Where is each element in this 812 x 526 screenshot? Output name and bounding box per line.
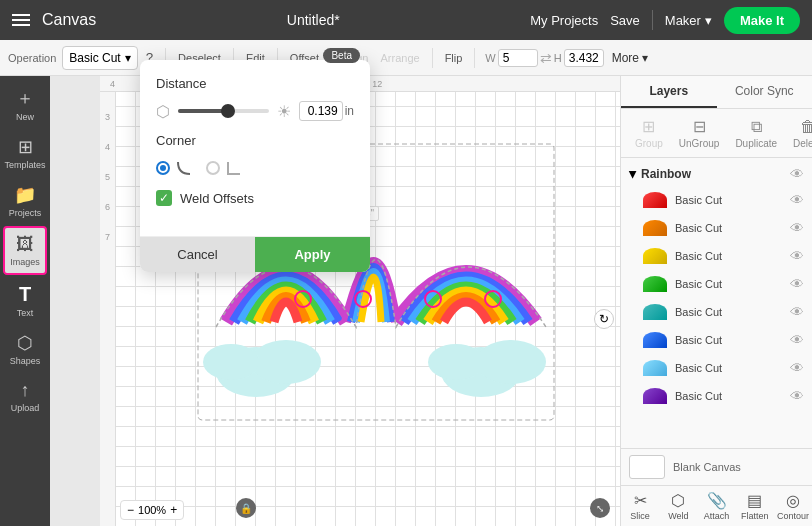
sidebar-item-upload[interactable]: ↑ Upload bbox=[3, 374, 47, 419]
svg-point-5 bbox=[476, 340, 546, 384]
sidebar-item-new[interactable]: ＋ New bbox=[3, 80, 47, 128]
contour-tool[interactable]: ◎ Contour bbox=[774, 486, 812, 526]
bottom-tools: ✂ Slice ⬡ Weld 📎 Attach ▤ Flatten ◎ Cont… bbox=[621, 485, 812, 526]
round-corner-option[interactable] bbox=[156, 158, 194, 178]
sidebar-label-text: Text bbox=[17, 308, 34, 318]
contour-icon: ◎ bbox=[786, 491, 800, 510]
slice-label: Slice bbox=[630, 511, 650, 521]
duplicate-button[interactable]: ⧉ Duplicate bbox=[729, 114, 783, 153]
ruler-vertical: 34567 bbox=[100, 92, 116, 526]
shapes-icon: ⬡ bbox=[17, 332, 33, 354]
flatten-tool[interactable]: ▤ Flatten bbox=[736, 486, 774, 526]
offset-dialog: Beta Distance ⬡ ☀ in Corner bbox=[140, 60, 370, 272]
distance-slider[interactable] bbox=[178, 109, 269, 113]
zoom-in-button[interactable]: + bbox=[170, 503, 177, 517]
arrange-section: Arrange bbox=[378, 50, 421, 66]
layer-eye-0[interactable]: 👁 bbox=[790, 192, 804, 208]
panel-tabs: Layers Color Sync bbox=[621, 76, 812, 109]
tab-color-sync[interactable]: Color Sync bbox=[717, 76, 813, 108]
selection-handle-1[interactable] bbox=[294, 290, 312, 308]
maker-dropdown[interactable]: Maker ▾ bbox=[665, 13, 712, 28]
sidebar-label-upload: Upload bbox=[11, 403, 40, 413]
slice-tool[interactable]: ✂ Slice bbox=[621, 486, 659, 526]
selection-handle-4[interactable] bbox=[484, 290, 502, 308]
arrange-button[interactable]: Arrange bbox=[378, 50, 421, 66]
square-corner-option[interactable] bbox=[206, 158, 244, 178]
layer-item-2[interactable]: Basic Cut 👁 bbox=[621, 242, 812, 270]
width-input[interactable] bbox=[498, 49, 538, 67]
blank-canvas-row: Blank Canvas bbox=[621, 448, 812, 485]
layer-item-5[interactable]: Basic Cut 👁 bbox=[621, 326, 812, 354]
my-projects-link[interactable]: My Projects bbox=[530, 13, 598, 28]
layer-item-3[interactable]: Basic Cut 👁 bbox=[621, 270, 812, 298]
ungroup-button[interactable]: ⊟ UnGroup bbox=[673, 113, 726, 153]
layer-eye-1[interactable]: 👁 bbox=[790, 220, 804, 236]
sidebar-item-projects[interactable]: 📁 Projects bbox=[3, 178, 47, 224]
selection-handle-3[interactable] bbox=[424, 290, 442, 308]
sidebar-item-images[interactable]: 🖼 Images bbox=[3, 226, 47, 275]
delete-button[interactable]: 🗑 Delete bbox=[787, 114, 812, 153]
layer-item-7[interactable]: Basic Cut 👁 bbox=[621, 382, 812, 410]
weld-tool[interactable]: ⬡ Weld bbox=[659, 486, 697, 526]
layer-thumb-0 bbox=[641, 189, 669, 211]
selection-handle-2[interactable] bbox=[354, 290, 372, 308]
layer-name-2: Basic Cut bbox=[675, 250, 784, 262]
more-button[interactable]: More ▾ bbox=[612, 51, 649, 65]
flip-button[interactable]: Flip bbox=[443, 50, 465, 66]
layer-eye-5[interactable]: 👁 bbox=[790, 332, 804, 348]
rotate-icon[interactable]: ↻ bbox=[594, 309, 614, 329]
size-section: W ⇄ H bbox=[485, 49, 603, 67]
group-icon: ⊞ bbox=[642, 117, 655, 136]
group-eye-icon[interactable]: 👁 bbox=[790, 166, 804, 182]
layer-thumb-7 bbox=[641, 385, 669, 407]
doc-title: Untitled* bbox=[287, 12, 340, 28]
save-link[interactable]: Save bbox=[610, 13, 640, 28]
group-button[interactable]: ⊞ Group bbox=[629, 113, 669, 153]
layer-item-6[interactable]: Basic Cut 👁 bbox=[621, 354, 812, 382]
slider-value-container: in bbox=[299, 101, 354, 121]
zoom-out-button[interactable]: − bbox=[127, 503, 134, 517]
layer-eye-6[interactable]: 👁 bbox=[790, 360, 804, 376]
divider6 bbox=[474, 48, 475, 68]
round-radio-dot bbox=[156, 161, 170, 175]
weld-checkbox[interactable]: ✓ bbox=[156, 190, 172, 206]
layer-eye-3[interactable]: 👁 bbox=[790, 276, 804, 292]
make-it-button[interactable]: Make It bbox=[724, 7, 800, 34]
operation-select[interactable]: Basic Cut ▾ bbox=[62, 46, 137, 70]
sidebar-item-shapes[interactable]: ⬡ Shapes bbox=[3, 326, 47, 372]
nav-divider bbox=[652, 10, 653, 30]
layer-item-0[interactable]: Basic Cut 👁 bbox=[621, 186, 812, 214]
layer-name-3: Basic Cut bbox=[675, 278, 784, 290]
images-icon: 🖼 bbox=[16, 234, 34, 255]
layer-thumb-5 bbox=[641, 329, 669, 351]
distance-value-input[interactable] bbox=[299, 101, 343, 121]
flatten-icon: ▤ bbox=[747, 491, 762, 510]
flatten-label: Flatten bbox=[741, 511, 769, 521]
nav-right: My Projects Save Maker ▾ Make It bbox=[530, 7, 800, 34]
slider-row: ⬡ ☀ in bbox=[156, 101, 354, 121]
slider-thumb bbox=[221, 104, 235, 118]
layer-eye-7[interactable]: 👁 bbox=[790, 388, 804, 404]
layer-eye-4[interactable]: 👁 bbox=[790, 304, 804, 320]
sidebar-label-shapes: Shapes bbox=[10, 356, 41, 366]
sidebar-item-text[interactable]: T Text bbox=[3, 277, 47, 324]
upload-icon: ↑ bbox=[21, 380, 30, 401]
tab-layers[interactable]: Layers bbox=[621, 76, 717, 108]
layer-item-4[interactable]: Basic Cut 👁 bbox=[621, 298, 812, 326]
app-title: Canvas bbox=[42, 11, 96, 29]
layer-eye-2[interactable]: 👁 bbox=[790, 248, 804, 264]
cancel-button[interactable]: Cancel bbox=[140, 237, 255, 272]
apply-button[interactable]: Apply bbox=[255, 237, 370, 272]
ungroup-icon: ⊟ bbox=[693, 117, 706, 136]
weld-offsets-label: Weld Offsets bbox=[180, 191, 254, 206]
height-input[interactable] bbox=[564, 49, 604, 67]
sidebar-label-projects: Projects bbox=[9, 208, 42, 218]
sidebar-item-templates[interactable]: ⊞ Templates bbox=[3, 130, 47, 176]
layer-item-1[interactable]: Basic Cut 👁 bbox=[621, 214, 812, 242]
attach-tool[interactable]: 📎 Attach bbox=[697, 486, 735, 526]
menu-icon[interactable] bbox=[12, 14, 30, 26]
weld-row: ✓ Weld Offsets bbox=[156, 190, 354, 206]
group-header-rainbow[interactable]: ▶ Rainbow 👁 bbox=[621, 162, 812, 186]
contour-label: Contour bbox=[777, 511, 809, 521]
beta-badge: Beta bbox=[323, 48, 360, 63]
